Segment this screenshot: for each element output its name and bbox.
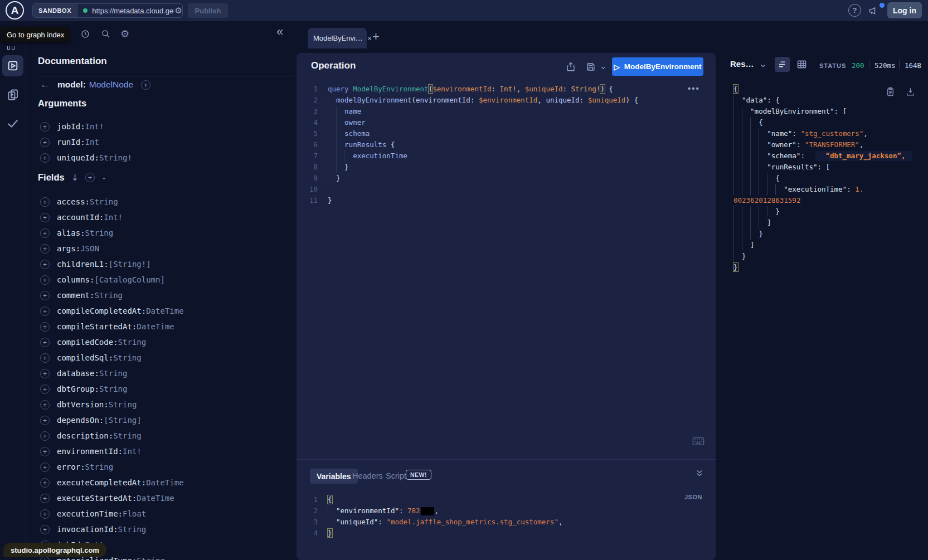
field-type[interactable]: [String!] bbox=[109, 260, 151, 269]
add-field-button[interactable]: + bbox=[40, 525, 50, 534]
connection-settings-icon[interactable]: ⚙ bbox=[175, 6, 182, 16]
sidebar-item-checks[interactable] bbox=[6, 116, 20, 130]
add-field-button[interactable]: + bbox=[40, 478, 50, 488]
close-icon[interactable]: × bbox=[367, 34, 372, 43]
add-field-button[interactable]: + bbox=[40, 400, 50, 410]
field-type[interactable]: DateTime bbox=[137, 322, 174, 331]
apollo-logo[interactable]: A bbox=[6, 1, 24, 20]
field-type[interactable]: String bbox=[137, 556, 165, 560]
field-type[interactable]: JSON bbox=[80, 244, 99, 253]
field-name[interactable]: jobId bbox=[57, 122, 80, 131]
field-name[interactable]: invocationId bbox=[57, 525, 113, 534]
tab-variables[interactable]: Variables bbox=[310, 469, 358, 484]
add-field-button[interactable]: + bbox=[40, 416, 50, 425]
publish-button[interactable]: Publish bbox=[188, 3, 228, 18]
tab-headers[interactable]: Headers bbox=[352, 471, 383, 480]
add-field-button[interactable]: + bbox=[40, 494, 50, 503]
field-type[interactable]: String bbox=[118, 338, 147, 347]
field-name[interactable]: comment bbox=[57, 291, 90, 300]
add-field-button[interactable]: + bbox=[40, 197, 50, 207]
field-type[interactable]: DateTime bbox=[146, 478, 183, 487]
response-dropdown-chevron-icon[interactable] bbox=[759, 62, 767, 70]
add-field-button[interactable]: + bbox=[40, 291, 50, 300]
tab-modelbyenvironment[interactable]: ModelByEnvi… × bbox=[308, 28, 367, 48]
field-name[interactable]: columns bbox=[57, 275, 90, 284]
add-field-button[interactable]: + bbox=[40, 213, 50, 222]
field-name[interactable]: runId bbox=[57, 138, 80, 147]
field-type[interactable]: String bbox=[90, 197, 118, 206]
field-name[interactable]: executionTime bbox=[57, 509, 118, 518]
add-field-button[interactable]: + bbox=[40, 306, 50, 316]
save-dropdown-chevron-icon[interactable] bbox=[600, 64, 607, 71]
field-name[interactable]: childrenL1 bbox=[57, 260, 104, 269]
add-field-button[interactable]: + bbox=[40, 322, 50, 332]
add-field-button[interactable]: + bbox=[40, 447, 50, 456]
graph-index-icon[interactable] bbox=[7, 42, 16, 52]
field-name[interactable]: database bbox=[57, 369, 94, 378]
field-name[interactable]: accountId bbox=[57, 213, 99, 222]
field-name[interactable]: description bbox=[57, 431, 109, 440]
field-name[interactable]: compiledSql bbox=[57, 353, 109, 362]
endpoint-url-input[interactable]: https://metadata.cloud.getd bbox=[92, 7, 173, 15]
field-type[interactable]: DateTime bbox=[146, 306, 183, 315]
add-field-button[interactable]: + bbox=[40, 153, 50, 163]
search-icon[interactable] bbox=[101, 29, 111, 39]
field-type[interactable]: String bbox=[85, 228, 114, 237]
run-operation-button[interactable]: ▷ ModelByEnvironment bbox=[612, 57, 703, 76]
field-type[interactable]: String bbox=[109, 400, 137, 409]
field-name[interactable]: args bbox=[57, 244, 76, 253]
query-editor[interactable]: 1query ModelByEnvironment($environmentId… bbox=[305, 84, 638, 206]
field-name[interactable]: access bbox=[57, 197, 85, 206]
tab-script[interactable]: Script bbox=[386, 471, 406, 480]
field-name[interactable]: dependsOn bbox=[57, 416, 99, 425]
response-format-list-button[interactable] bbox=[775, 57, 790, 72]
field-type[interactable]: String bbox=[113, 353, 142, 362]
collapse-variables-icon[interactable] bbox=[694, 468, 704, 478]
add-field-button[interactable]: + bbox=[40, 138, 50, 147]
history-icon[interactable] bbox=[80, 29, 90, 39]
add-field-button[interactable]: + bbox=[40, 122, 50, 132]
field-name[interactable]: compileStartedAt bbox=[57, 322, 132, 331]
add-field-button[interactable]: + bbox=[40, 244, 50, 254]
add-field-button[interactable]: + bbox=[40, 228, 50, 238]
field-type[interactable]: String bbox=[118, 525, 147, 534]
sidebar-item-collections[interactable] bbox=[6, 88, 20, 101]
field-name[interactable]: dbtGroup bbox=[57, 384, 94, 393]
field-name[interactable]: error bbox=[57, 462, 80, 471]
field-type[interactable]: String bbox=[85, 462, 114, 471]
field-name[interactable]: compiledCode bbox=[57, 338, 113, 347]
add-all-fields-button[interactable]: + bbox=[85, 173, 95, 182]
add-field-button[interactable]: + bbox=[40, 369, 50, 378]
settings-icon[interactable]: ⚙ bbox=[120, 28, 129, 40]
operation-menu-ellipsis[interactable]: ••• bbox=[688, 84, 700, 93]
field-type[interactable]: String bbox=[113, 431, 142, 440]
add-field-button[interactable]: + bbox=[40, 260, 50, 269]
login-button[interactable]: Log in bbox=[887, 2, 922, 18]
field-name[interactable]: executeCompletedAt bbox=[57, 478, 142, 487]
field-name[interactable]: dbtVersion bbox=[57, 400, 104, 409]
keyboard-shortcuts-icon[interactable] bbox=[692, 437, 704, 446]
field-type[interactable]: [String] bbox=[104, 416, 141, 425]
variables-editor[interactable]: 1{2"environmentId": 782,3"uniqueId": "mo… bbox=[305, 494, 562, 539]
sidebar-item-explorer[interactable] bbox=[2, 55, 23, 76]
add-field-button[interactable]: + bbox=[141, 80, 150, 90]
field-name[interactable]: executeStartedAt bbox=[57, 494, 132, 503]
collapse-sidebar-icon[interactable]: « bbox=[276, 26, 283, 38]
add-field-button[interactable]: + bbox=[40, 338, 50, 347]
help-icon[interactable]: ? bbox=[848, 4, 861, 17]
add-field-button[interactable]: + bbox=[40, 509, 50, 519]
field-type[interactable]: Int! bbox=[104, 213, 123, 222]
add-field-button[interactable]: + bbox=[40, 275, 50, 285]
field-name[interactable]: uniqueId bbox=[57, 153, 94, 162]
field-type[interactable]: String bbox=[94, 291, 123, 300]
back-arrow-icon[interactable]: ← bbox=[40, 79, 50, 90]
announcements-icon[interactable] bbox=[868, 5, 879, 16]
field-name[interactable]: compileCompletedAt bbox=[57, 306, 142, 315]
field-name[interactable]: environmentId bbox=[57, 447, 118, 456]
sort-icon[interactable]: ↓ bbox=[71, 172, 79, 183]
field-type[interactable]: DateTime bbox=[137, 494, 174, 503]
breadcrumb-type[interactable]: ModelNode bbox=[89, 80, 133, 90]
field-type[interactable]: String bbox=[99, 384, 128, 393]
add-field-button[interactable]: + bbox=[40, 462, 50, 472]
add-field-button[interactable]: + bbox=[40, 353, 50, 363]
